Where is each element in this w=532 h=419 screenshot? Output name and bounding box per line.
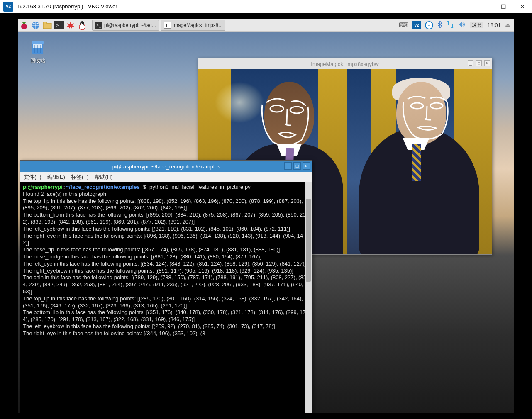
svg-rect-10 [32,41,44,44]
terminal-launcher-icon[interactable]: >_ [54,21,64,29]
terminal-body[interactable]: pi@raspberrypi:~/face_recognition/exampl… [20,182,312,413]
svg-point-8 [83,23,83,24]
blast-icon[interactable] [65,19,76,31]
window-title: 192.168.31.70 (raspberrypi) - VNC Viewer [17,3,475,10]
im-minimize-button[interactable]: _ [468,60,473,66]
svg-rect-3 [43,22,47,24]
imagemagick-task-icon: ◧ [164,22,171,29]
rpi-taskbar: >_ >_ pi@raspberrypi: ~/fac... ◧ ImageMa… [18,19,514,32]
terminal-title: pi@raspberrypi: ~/face_recognition/examp… [112,163,220,170]
desktop-trash[interactable]: 回收站 [23,38,52,64]
vnc-server-icon[interactable]: V2 [412,21,421,29]
terminal-titlebar[interactable]: pi@raspberrypi: ~/face_recognition/examp… [20,161,312,172]
penguin-icon[interactable] [76,19,88,31]
scrollbar-thumb[interactable] [306,199,311,282]
raspberry-pi-desktop[interactable]: >_ >_ pi@raspberrypi: ~/fac... ◧ ImageMa… [18,19,514,413]
im-maximize-button[interactable]: □ [476,60,482,66]
svg-point-18 [430,103,443,109]
menu-tabs[interactable]: 标签(T) [71,173,89,181]
terminal-text: pi@raspberrypi:~/face_recognition/exampl… [20,182,312,339]
svg-point-0 [21,24,27,29]
imagemagick-title: ImageMagick: tmpx8xsqybw [311,61,378,67]
terminal-scrollbar[interactable] [305,182,312,413]
terminal-menubar: 文件(F) 编辑(E) 标签(T) 帮助(H) [20,172,312,182]
network-icon[interactable] [447,21,454,29]
svg-point-7 [81,23,82,24]
trash-icon [29,38,46,56]
taskbar-item-label: ImageMagick: tmpx8... [173,22,223,28]
svg-point-16 [290,107,303,113]
taskbar-item-terminal[interactable]: >_ pi@raspberrypi: ~/fac... [92,20,159,31]
svg-point-15 [270,105,283,112]
bluetooth-icon[interactable] [437,21,442,29]
menu-file[interactable]: 文件(F) [24,173,41,181]
im-close-button[interactable]: × [484,60,490,66]
terminal-task-icon: >_ [95,22,102,29]
terminal-maximize-button[interactable]: □ [293,162,301,170]
svg-point-6 [81,24,84,29]
trash-label: 回收站 [23,57,52,64]
taskbar-item-imagemagick[interactable]: ◧ ImageMagick: tmpx8... [161,20,226,31]
menu-help[interactable]: 帮助(H) [95,173,113,181]
minimize-button[interactable]: ─ [475,0,494,13]
browser-icon[interactable] [30,19,41,31]
vnc-logo-icon: V2 [3,2,13,12]
svg-point-17 [411,103,423,109]
raspberry-menu-icon[interactable] [18,19,30,31]
terminal-window[interactable]: pi@raspberrypi: ~/face_recognition/examp… [20,160,312,413]
taskbar-item-label: pi@raspberrypi: ~/fac... [104,22,156,28]
terminal-minimize-button[interactable]: _ [284,162,292,170]
eject-icon[interactable]: ⏏ [505,22,510,29]
menu-edit[interactable]: 编辑(E) [47,173,65,181]
clock[interactable]: 18:01 [487,22,501,28]
maximize-button[interactable]: ☐ [494,0,513,13]
teamviewer-icon[interactable]: ↔ [425,21,433,29]
terminal-close-button[interactable]: × [303,162,310,170]
file-manager-icon[interactable] [41,19,53,31]
keyboard-icon[interactable]: ⌨ [399,21,408,29]
close-button[interactable]: ✕ [513,0,532,13]
vnc-viewer-titlebar: V2 192.168.31.70 (raspberrypi) - VNC Vie… [0,0,532,13]
system-tray: ⌨ V2 ↔ 14 % 18:01 ⏏ [399,21,514,29]
volume-icon[interactable] [458,22,466,29]
cpu-usage-badge[interactable]: 14 % [470,22,483,28]
vnc-frame: >_ >_ pi@raspberrypi: ~/fac... ◧ ImageMa… [0,13,532,419]
imagemagick-titlebar[interactable]: ImageMagick: tmpx8xsqybw _ □ × [198,58,492,69]
